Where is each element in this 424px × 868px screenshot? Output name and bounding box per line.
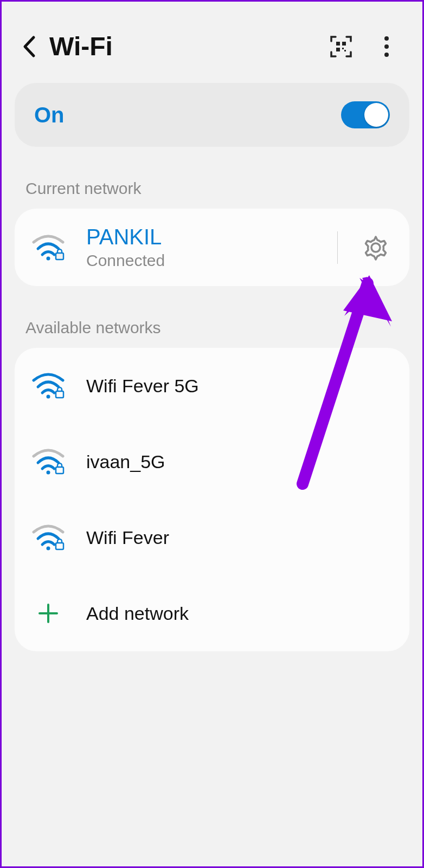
available-network-row[interactable]: Wifi Fever 5G <box>15 348 409 424</box>
network-info: PANKIL Connected <box>86 225 316 270</box>
svg-rect-14 <box>56 467 63 474</box>
svg-rect-0 <box>336 42 340 46</box>
network-name: ivaan_5G <box>86 451 392 472</box>
svg-rect-4 <box>344 50 346 51</box>
available-networks-card: Wifi Fever 5G ivaan_5G Wifi Fever <box>15 348 409 651</box>
qr-scan-button[interactable] <box>329 35 353 59</box>
svg-point-10 <box>371 243 380 252</box>
current-network-card: PANKIL Connected <box>15 209 409 286</box>
network-info: ivaan_5G <box>86 451 392 472</box>
svg-point-8 <box>47 256 50 260</box>
svg-point-13 <box>47 471 50 475</box>
svg-point-11 <box>47 395 50 399</box>
svg-rect-1 <box>342 42 346 46</box>
add-network-row[interactable]: Add network <box>15 575 409 651</box>
available-network-row[interactable]: ivaan_5G <box>15 424 409 500</box>
wifi-secure-icon <box>32 373 65 399</box>
svg-rect-3 <box>342 48 344 49</box>
svg-rect-16 <box>56 543 63 549</box>
network-settings-button[interactable] <box>359 231 392 264</box>
network-name: Wifi Fever 5G <box>86 375 392 397</box>
current-network-row[interactable]: PANKIL Connected <box>15 209 409 286</box>
svg-point-5 <box>384 36 389 41</box>
more-vert-icon <box>384 36 389 57</box>
gear-icon <box>362 234 389 261</box>
current-network-section-label: Current network <box>2 147 422 209</box>
divider <box>337 231 338 264</box>
available-network-row[interactable]: Wifi Fever <box>15 500 409 575</box>
header-actions <box>329 35 399 59</box>
network-info: Wifi Fever <box>86 527 392 548</box>
back-button[interactable] <box>18 36 40 57</box>
chevron-left-icon <box>22 35 36 58</box>
add-network-label: Add network <box>86 603 392 624</box>
qr-code-icon <box>330 36 352 57</box>
network-name: Wifi Fever <box>86 527 392 548</box>
wifi-toggle-switch[interactable] <box>341 101 390 128</box>
available-networks-section-label: Available networks <box>2 286 422 348</box>
svg-rect-12 <box>56 391 63 398</box>
svg-point-6 <box>384 44 389 49</box>
network-status: Connected <box>86 251 316 270</box>
svg-point-7 <box>384 53 389 57</box>
wifi-secure-icon <box>32 449 65 475</box>
wifi-secure-icon <box>32 524 65 550</box>
wifi-toggle-label: On <box>34 103 65 127</box>
network-info: Wifi Fever 5G <box>86 375 392 397</box>
network-info: Add network <box>86 603 392 624</box>
svg-rect-9 <box>56 253 63 260</box>
svg-rect-2 <box>336 48 340 51</box>
svg-point-15 <box>47 547 50 550</box>
more-options-button[interactable] <box>375 35 399 59</box>
header: Wi-Fi <box>2 2 422 83</box>
wifi-secure-icon <box>32 235 65 261</box>
wifi-toggle-card: On <box>15 83 409 147</box>
page-title: Wi-Fi <box>49 31 319 61</box>
plus-icon <box>35 600 62 627</box>
network-name: PANKIL <box>86 225 316 249</box>
